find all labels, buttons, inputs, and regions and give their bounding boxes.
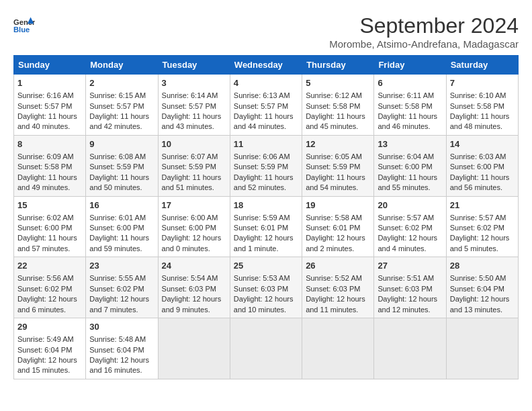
calendar-cell bbox=[446, 318, 518, 379]
calendar-cell: 19Sunrise: 5:58 AMSunset: 6:01 PMDayligh… bbox=[302, 196, 374, 257]
day-number: 17 bbox=[162, 199, 226, 212]
header-thursday: Thursday bbox=[302, 56, 374, 75]
day-content: and 0 minutes. bbox=[162, 244, 226, 254]
day-number: 2 bbox=[89, 77, 154, 89]
day-content: and 42 minutes. bbox=[89, 122, 154, 132]
day-content: Sunrise: 5:55 AM bbox=[89, 273, 154, 283]
calendar-cell: 18Sunrise: 5:59 AMSunset: 6:01 PMDayligh… bbox=[230, 196, 302, 257]
header-tuesday: Tuesday bbox=[158, 56, 230, 75]
day-number: 9 bbox=[89, 138, 154, 150]
day-content: Daylight: 12 hours bbox=[378, 294, 442, 304]
day-number: 14 bbox=[450, 138, 515, 150]
day-content: and 40 minutes. bbox=[17, 122, 82, 132]
day-content: Daylight: 12 hours bbox=[89, 355, 154, 365]
calendar-cell: 12Sunrise: 6:05 AMSunset: 5:59 PMDayligh… bbox=[302, 135, 374, 196]
day-content: Daylight: 11 hours bbox=[89, 111, 154, 122]
calendar-cell: 30Sunrise: 5:48 AMSunset: 6:04 PMDayligh… bbox=[86, 318, 158, 379]
day-content: Sunrise: 5:57 AM bbox=[378, 213, 442, 223]
day-content: Daylight: 12 hours bbox=[450, 294, 515, 304]
calendar-week-3: 22Sunrise: 5:56 AMSunset: 6:02 PMDayligh… bbox=[14, 257, 519, 318]
day-content: Daylight: 11 hours bbox=[17, 173, 82, 183]
day-number: 7 bbox=[450, 77, 515, 89]
calendar-cell: 10Sunrise: 6:07 AMSunset: 5:59 PMDayligh… bbox=[158, 135, 230, 196]
day-number: 3 bbox=[162, 77, 226, 89]
day-content: Daylight: 12 hours bbox=[306, 294, 370, 304]
calendar-cell: 20Sunrise: 5:57 AMSunset: 6:02 PMDayligh… bbox=[374, 196, 446, 257]
day-content: and 56 minutes. bbox=[450, 183, 515, 193]
calendar-table: Sunday Monday Tuesday Wednesday Thursday… bbox=[13, 55, 519, 379]
calendar-cell: 14Sunrise: 6:03 AMSunset: 6:00 PMDayligh… bbox=[446, 135, 518, 196]
day-content: Sunset: 6:01 PM bbox=[234, 223, 298, 233]
day-number: 21 bbox=[450, 199, 515, 212]
day-content: Sunrise: 6:04 AM bbox=[378, 152, 442, 162]
day-content: Sunrise: 6:14 AM bbox=[162, 91, 226, 101]
day-content: Sunset: 6:04 PM bbox=[89, 345, 154, 355]
day-content: Sunrise: 6:01 AM bbox=[89, 213, 154, 223]
day-content: Daylight: 12 hours bbox=[234, 233, 298, 243]
calendar-cell: 4Sunrise: 6:13 AMSunset: 5:57 PMDaylight… bbox=[230, 75, 302, 136]
day-content: Sunset: 6:00 PM bbox=[450, 162, 515, 172]
day-number: 23 bbox=[89, 260, 154, 272]
day-content: Sunrise: 5:56 AM bbox=[17, 273, 82, 283]
day-content: and 50 minutes. bbox=[89, 183, 154, 193]
day-content: and 59 minutes. bbox=[89, 244, 154, 254]
day-number: 26 bbox=[306, 260, 370, 272]
day-content: Daylight: 12 hours bbox=[17, 294, 82, 304]
day-content: Daylight: 11 hours bbox=[234, 111, 298, 122]
page-header: General Blue September 2024 Morombe, Ats… bbox=[13, 13, 519, 50]
day-content: Sunset: 6:03 PM bbox=[306, 284, 370, 294]
day-content: Sunrise: 5:52 AM bbox=[306, 273, 370, 283]
day-content: Sunset: 6:00 PM bbox=[162, 223, 226, 233]
day-number: 6 bbox=[378, 77, 442, 89]
day-content: Sunset: 5:58 PM bbox=[306, 101, 370, 111]
day-content: Sunset: 5:59 PM bbox=[306, 162, 370, 172]
day-content: Sunset: 5:57 PM bbox=[89, 101, 154, 111]
header-sunday: Sunday bbox=[14, 56, 86, 75]
calendar-cell: 23Sunrise: 5:55 AMSunset: 6:02 PMDayligh… bbox=[86, 257, 158, 318]
calendar-cell: 3Sunrise: 6:14 AMSunset: 5:57 PMDaylight… bbox=[158, 75, 230, 136]
day-content: Daylight: 11 hours bbox=[17, 111, 82, 122]
day-content: Sunset: 5:58 PM bbox=[17, 162, 82, 172]
day-content: Sunset: 6:03 PM bbox=[162, 284, 226, 294]
day-content: and 4 minutes. bbox=[378, 244, 442, 254]
calendar-cell: 2Sunrise: 6:15 AMSunset: 5:57 PMDaylight… bbox=[86, 75, 158, 136]
day-number: 4 bbox=[234, 77, 298, 89]
day-content: Sunrise: 6:15 AM bbox=[89, 91, 154, 101]
day-number: 18 bbox=[234, 199, 298, 212]
day-content: Daylight: 11 hours bbox=[450, 173, 515, 183]
day-content: and 11 minutes. bbox=[306, 305, 370, 315]
day-content: and 12 minutes. bbox=[378, 305, 442, 315]
calendar-cell: 26Sunrise: 5:52 AMSunset: 6:03 PMDayligh… bbox=[302, 257, 374, 318]
title-area: September 2024 Morombe, Atsimo-Andrefana… bbox=[329, 13, 519, 50]
svg-text:Blue: Blue bbox=[13, 26, 30, 34]
day-content: Sunrise: 6:02 AM bbox=[17, 213, 82, 223]
day-content: Daylight: 12 hours bbox=[378, 233, 442, 243]
day-number: 20 bbox=[378, 199, 442, 212]
day-content: Daylight: 11 hours bbox=[234, 173, 298, 183]
day-number: 13 bbox=[378, 138, 442, 150]
day-content: Sunrise: 6:05 AM bbox=[306, 152, 370, 162]
day-content: and 7 minutes. bbox=[89, 305, 154, 315]
day-content: Daylight: 11 hours bbox=[306, 111, 370, 122]
day-content: Sunset: 6:00 PM bbox=[89, 223, 154, 233]
day-number: 19 bbox=[306, 199, 370, 212]
month-title: September 2024 bbox=[329, 13, 519, 38]
location-subtitle: Morombe, Atsimo-Andrefana, Madagascar bbox=[329, 38, 519, 50]
day-content: Sunrise: 5:54 AM bbox=[162, 273, 226, 283]
calendar-cell: 16Sunrise: 6:01 AMSunset: 6:00 PMDayligh… bbox=[86, 196, 158, 257]
day-content: and 2 minutes. bbox=[306, 244, 370, 254]
day-content: Sunrise: 6:06 AM bbox=[234, 152, 298, 162]
calendar-cell: 21Sunrise: 5:57 AMSunset: 6:02 PMDayligh… bbox=[446, 196, 518, 257]
calendar-cell: 11Sunrise: 6:06 AMSunset: 5:59 PMDayligh… bbox=[230, 135, 302, 196]
day-content: and 43 minutes. bbox=[162, 122, 226, 132]
calendar-cell bbox=[158, 318, 230, 379]
day-content: and 13 minutes. bbox=[450, 305, 515, 315]
day-content: Daylight: 12 hours bbox=[17, 355, 82, 365]
day-content: Sunset: 6:04 PM bbox=[450, 284, 515, 294]
calendar-cell bbox=[302, 318, 374, 379]
day-content: and 54 minutes. bbox=[306, 183, 370, 193]
day-content: Sunset: 5:58 PM bbox=[450, 101, 515, 111]
day-content: and 15 minutes. bbox=[17, 365, 82, 375]
day-content: Sunset: 5:59 PM bbox=[89, 162, 154, 172]
calendar-cell: 1Sunrise: 6:16 AMSunset: 5:57 PMDaylight… bbox=[14, 75, 86, 136]
